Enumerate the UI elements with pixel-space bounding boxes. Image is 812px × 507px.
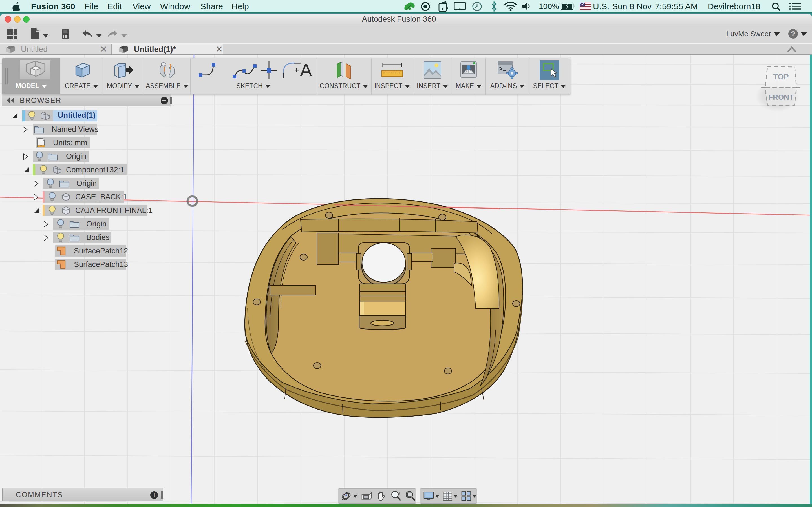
svg-text:TOP: TOP <box>773 73 789 81</box>
svg-text:FRONT: FRONT <box>768 93 794 101</box>
